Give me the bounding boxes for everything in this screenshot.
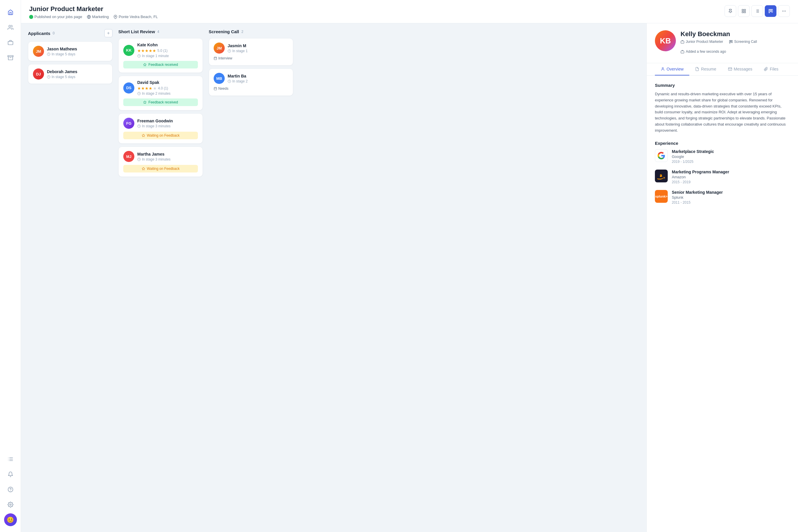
candidate-meta: Junior Product Marketer Screening Call A… xyxy=(681,40,790,54)
card-jason-mathews[interactable]: JM Jason Mathews In stage 5 days xyxy=(28,41,112,61)
column-count-short-list: 4 xyxy=(157,30,160,34)
card-martin[interactable]: MB Martin Ba In stage 2 Needs xyxy=(209,69,293,96)
needs-badge: Needs xyxy=(214,86,288,92)
svg-rect-26 xyxy=(769,9,770,13)
column-title-screening: Screening Call 2 xyxy=(209,29,243,34)
svg-rect-27 xyxy=(770,9,771,11)
sidebar-item-settings[interactable] xyxy=(4,498,17,511)
detail-person-row: KB Kelly Boeckman Junior Product Markete… xyxy=(655,30,790,54)
card-info: Kate Kohn ★★★★★ 5.0 (1) In stage 1 minut… xyxy=(137,42,169,58)
splunk-logo: splunk> xyxy=(655,190,668,203)
svg-rect-19 xyxy=(744,11,745,13)
card-deborah-james[interactable]: DJ Deborah James In stage 5 days xyxy=(28,64,112,84)
tab-resume[interactable]: Resume xyxy=(689,63,722,75)
detail-body: Summary Dynamic and results-driven marke… xyxy=(647,76,798,218)
experience-section: Experience Marketplace Str xyxy=(655,141,790,205)
candidate-job: Junior Product Marketer xyxy=(681,40,723,44)
feedback-badge: Feedback received xyxy=(123,98,198,106)
avatar-martha: MJ xyxy=(123,151,134,162)
location-info: Ponte Vedra Beach, FL xyxy=(113,15,158,19)
svg-marker-41 xyxy=(142,167,145,170)
card-person: DJ Deborah James In stage 5 days xyxy=(33,69,108,79)
card-name: Jasmin M xyxy=(228,43,248,48)
add-applicant-button[interactable]: + xyxy=(104,29,112,37)
candidate-avatar: KB xyxy=(655,30,676,51)
department-info: Marketing xyxy=(87,15,109,19)
svg-rect-43 xyxy=(214,57,217,60)
exp-item-google: Marketplace Strategic Google 2019 - 1/20… xyxy=(655,149,790,164)
card-kate-kohn[interactable]: KK Kate Kohn ★★★★★ 5.0 (1) In stage 1 mi… xyxy=(118,38,203,73)
exp-info-google: Marketplace Strategic Google 2019 - 1/20… xyxy=(672,149,790,164)
more-options-button[interactable] xyxy=(778,5,790,17)
exp-title: Senior Marketing Manager xyxy=(672,190,790,195)
sidebar-item-archive[interactable] xyxy=(4,51,17,64)
sidebar-item-tasks[interactable] xyxy=(4,453,17,466)
column-header-screening: Screening Call 2 xyxy=(209,29,293,34)
pin-button[interactable] xyxy=(725,5,736,17)
tab-overview[interactable]: Overview xyxy=(655,63,689,75)
grid-view-button[interactable] xyxy=(738,5,749,17)
sidebar-item-help[interactable] xyxy=(4,483,17,496)
card-name: Martin Ba xyxy=(228,74,248,78)
column-header-short-list: Short List Review 4 xyxy=(118,29,203,34)
candidate-name: Kelly Boeckman xyxy=(681,30,790,38)
rating-text: 5.0 (1) xyxy=(157,49,168,53)
user-avatar[interactable]: 😊 xyxy=(4,513,17,526)
detail-header: KB Kelly Boeckman Junior Product Markete… xyxy=(647,23,798,63)
card-time: In stage 3 minutes xyxy=(137,157,170,162)
summary-title: Summary xyxy=(655,83,790,88)
exp-info-amazon: Marketing Programs Manager Amazon 2015 -… xyxy=(672,170,790,184)
card-person: JM Jason Mathews In stage 5 days xyxy=(33,46,108,57)
exp-title: Marketing Programs Manager xyxy=(672,170,790,174)
page-header: Junior Product Marketer ✓ Published on y… xyxy=(21,0,798,23)
avatar-martin: MB xyxy=(214,73,225,84)
card-name: Kate Kohn xyxy=(137,42,169,47)
card-time: In stage 1 xyxy=(228,49,248,53)
header-actions xyxy=(725,5,790,17)
card-freeman-goodwin[interactable]: FG Freeman Goodwin In stage 3 minutes Wa… xyxy=(118,113,203,144)
location-label: Ponte Vedra Beach, FL xyxy=(118,15,158,19)
column-count-applicants: 0 xyxy=(53,31,55,35)
feedback-badge: Feedback received xyxy=(123,61,198,69)
sidebar: 😊 xyxy=(0,0,21,532)
card-time: In stage 3 minutes xyxy=(137,124,173,128)
tab-files[interactable]: Files xyxy=(758,63,784,75)
card-david-spak[interactable]: DS David Spak ★★★★★ 4.0 (1) xyxy=(118,76,203,110)
sidebar-item-notifications[interactable] xyxy=(4,468,17,481)
svg-rect-28 xyxy=(772,9,772,12)
amazon-logo xyxy=(655,170,668,183)
svg-marker-39 xyxy=(142,134,145,137)
svg-rect-48 xyxy=(214,88,217,90)
card-person: MB Martin Ba In stage 2 xyxy=(214,73,288,84)
column-screening: Screening Call 2 JM Jasmin M In stage 1 xyxy=(209,29,293,526)
svg-point-30 xyxy=(784,11,785,12)
column-title-short-list: Short List Review 4 xyxy=(118,29,160,34)
svg-point-31 xyxy=(785,11,786,12)
card-martha-james[interactable]: MJ Martha James In stage 3 minutes Waiti… xyxy=(118,147,203,177)
exp-company: Google xyxy=(672,154,790,159)
card-info: Jason Mathews In stage 5 days xyxy=(47,46,77,56)
sidebar-item-home[interactable] xyxy=(4,6,17,19)
card-name: Martha James xyxy=(137,152,170,156)
column-title-applicants: Applicants 0 xyxy=(28,31,55,36)
stars: ★★★★★ xyxy=(137,49,156,53)
svg-rect-18 xyxy=(742,11,743,13)
card-jasmin[interactable]: JM Jasmin M In stage 1 Interview xyxy=(209,38,293,65)
svg-rect-56 xyxy=(681,51,684,53)
kanban-view-button[interactable] xyxy=(765,5,776,17)
card-person: JM Jasmin M In stage 1 xyxy=(214,42,288,54)
svg-marker-37 xyxy=(143,101,146,104)
svg-rect-17 xyxy=(744,9,745,11)
published-status: ✓ Published on your jobs page xyxy=(29,15,82,19)
candidate-added: Added a few seconds ago xyxy=(681,50,726,54)
card-time: In stage 5 days xyxy=(47,52,77,56)
card-person: MJ Martha James In stage 3 minutes xyxy=(123,151,198,162)
exp-item-amazon: Marketing Programs Manager Amazon 2015 -… xyxy=(655,170,790,184)
summary-text: Dynamic and results-driven marketing exe… xyxy=(655,91,790,134)
tab-messages[interactable]: Messages xyxy=(722,63,758,75)
sidebar-item-jobs[interactable] xyxy=(4,36,17,49)
column-short-list: Short List Review 4 KK Kate Kohn ★★★★★ 5… xyxy=(118,29,203,526)
card-rating-row: ★★★★★ 5.0 (1) xyxy=(137,49,169,53)
sidebar-item-people[interactable] xyxy=(4,21,17,34)
list-view-button[interactable] xyxy=(751,5,763,17)
